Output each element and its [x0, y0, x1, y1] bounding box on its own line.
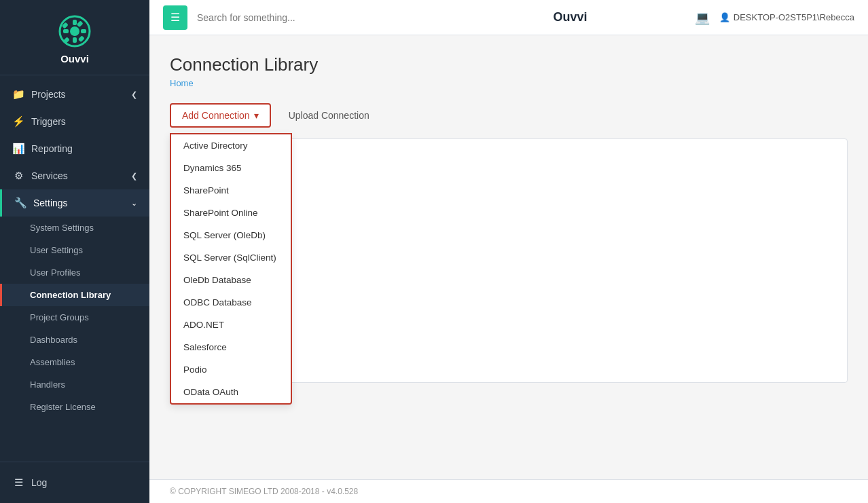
- register-license-label: Register License: [30, 402, 96, 412]
- dashboards-label: Dashboards: [30, 335, 77, 345]
- sidebar-item-system-settings[interactable]: System Settings: [0, 217, 149, 239]
- user-icon: 👤: [719, 12, 730, 22]
- dropdown-arrow-icon: ▾: [254, 110, 259, 121]
- sidebar-item-services-label: Services: [31, 170, 68, 181]
- dropdown-item-oledb-database[interactable]: OleDb Database: [171, 269, 291, 291]
- dropdown-item-ado-net[interactable]: ADO.NET: [171, 314, 291, 336]
- dropdown-item-odata-oauth[interactable]: OData OAuth: [171, 381, 291, 403]
- hamburger-icon: ☰: [170, 11, 180, 24]
- sidebar-item-projects[interactable]: 📁 Projects ❮: [0, 81, 149, 108]
- user-profiles-label: User Profiles: [30, 267, 80, 278]
- toolbar: Add Connection ▾ Upload Connection Activ…: [170, 103, 848, 128]
- dropdown-item-sharepoint-online[interactable]: SharePoint Online: [171, 202, 291, 224]
- app-name-label: Ouvvi: [60, 53, 89, 64]
- svg-rect-5: [81, 29, 86, 33]
- sidebar: Ouvvi 📁 Projects ❮ ⚡ Triggers 📊 Reportin…: [0, 0, 149, 503]
- add-connection-label: Add Connection: [182, 110, 250, 121]
- sidebar-item-triggers[interactable]: ⚡ Triggers: [0, 108, 149, 135]
- sidebar-item-settings-label: Settings: [33, 198, 68, 208]
- sidebar-item-triggers-label: Triggers: [31, 116, 66, 127]
- app-logo-icon: [57, 14, 92, 49]
- svg-rect-2: [73, 20, 77, 25]
- main-area: ☰ Ouvvi 💻 👤 DESKTOP-O2ST5P1\Rebecca Conn…: [149, 0, 868, 503]
- assemblies-label: Assemblies: [30, 357, 75, 367]
- search-input[interactable]: [197, 12, 446, 23]
- upload-connection-label: Upload Connection: [289, 110, 369, 121]
- topbar-menu-button[interactable]: ☰: [163, 5, 187, 30]
- sidebar-nav: 📁 Projects ❮ ⚡ Triggers 📊 Reporting ⚙ Se…: [0, 75, 149, 462]
- topbar-user: 👤 DESKTOP-O2ST5P1\Rebecca: [719, 12, 854, 22]
- svg-rect-4: [63, 29, 69, 33]
- user-settings-label: User Settings: [30, 245, 83, 255]
- dropdown-item-sql-server-sqlclient[interactable]: SQL Server (SqlClient): [171, 246, 291, 269]
- dropdown-item-salesforce[interactable]: Salesforce: [171, 336, 291, 358]
- sidebar-bottom-nav: ☰ Log: [0, 462, 149, 503]
- projects-arrow-icon: ❮: [131, 90, 137, 99]
- add-connection-dropdown: Active Directory Dynamics 365 SharePoint…: [170, 133, 292, 405]
- dropdown-item-sharepoint[interactable]: SharePoint: [171, 179, 291, 202]
- sidebar-item-reporting[interactable]: 📊 Reporting: [0, 135, 149, 162]
- sidebar-item-register-license[interactable]: Register License: [0, 396, 149, 418]
- system-settings-label: System Settings: [30, 223, 94, 233]
- sidebar-item-reporting-label: Reporting: [31, 143, 73, 154]
- log-icon: ☰: [12, 477, 24, 489]
- breadcrumb: Home: [170, 78, 848, 88]
- sidebar-item-settings[interactable]: 🔧 Settings ⌄: [0, 189, 149, 217]
- dropdown-item-sql-server-oledb[interactable]: SQL Server (OleDb): [171, 224, 291, 246]
- dropdown-item-odbc-database[interactable]: ODBC Database: [171, 291, 291, 314]
- dropdown-item-dynamics-365[interactable]: Dynamics 365: [171, 157, 291, 179]
- topbar-title: Ouvvi: [446, 10, 694, 24]
- sidebar-logo: Ouvvi: [0, 0, 149, 75]
- footer: © COPYRIGHT SIMEGO LTD 2008-2018 - v4.0.…: [149, 479, 868, 503]
- topbar-right: 💻 👤 DESKTOP-O2ST5P1\Rebecca: [695, 10, 854, 25]
- settings-icon: 🔧: [14, 197, 26, 209]
- upload-connection-button[interactable]: Upload Connection: [278, 105, 380, 126]
- settings-arrow-icon: ⌄: [131, 199, 137, 208]
- sidebar-item-connection-library[interactable]: Connection Library: [0, 284, 149, 306]
- connection-library-label: Connection Library: [30, 290, 111, 300]
- services-arrow-icon: ❮: [131, 172, 137, 181]
- projects-icon: 📁: [12, 88, 24, 100]
- add-connection-button[interactable]: Add Connection ▾: [170, 103, 271, 128]
- reporting-icon: 📊: [12, 143, 24, 155]
- sidebar-item-projects-label: Projects: [31, 89, 66, 100]
- sidebar-item-assemblies[interactable]: Assemblies: [0, 351, 149, 373]
- svg-point-1: [70, 26, 79, 36]
- gear-svg-icon: [58, 15, 91, 48]
- sidebar-item-services[interactable]: ⚙ Services ❮: [0, 162, 149, 189]
- monitor-icon: 💻: [695, 10, 710, 25]
- sidebar-item-handlers[interactable]: Handlers: [0, 373, 149, 396]
- triggers-icon: ⚡: [12, 115, 24, 128]
- svg-rect-3: [73, 37, 77, 43]
- content-area: Connection Library Home Add Connection ▾…: [149, 35, 868, 479]
- page-title: Connection Library: [170, 54, 848, 75]
- sidebar-item-user-settings[interactable]: User Settings: [0, 239, 149, 261]
- services-icon: ⚙: [12, 170, 24, 182]
- topbar: ☰ Ouvvi 💻 👤 DESKTOP-O2ST5P1\Rebecca: [149, 0, 868, 35]
- sidebar-item-log[interactable]: ☰ Log: [0, 469, 149, 496]
- user-label: DESKTOP-O2ST5P1\Rebecca: [734, 12, 854, 22]
- dropdown-item-podio[interactable]: Podio: [171, 358, 291, 381]
- breadcrumb-home-link[interactable]: Home: [170, 78, 194, 88]
- handlers-label: Handlers: [30, 379, 65, 390]
- sidebar-item-dashboards[interactable]: Dashboards: [0, 329, 149, 351]
- sidebar-item-user-profiles[interactable]: User Profiles: [0, 261, 149, 284]
- sidebar-item-project-groups[interactable]: Project Groups: [0, 306, 149, 329]
- log-label: Log: [31, 477, 47, 488]
- dropdown-item-active-directory[interactable]: Active Directory: [171, 134, 291, 157]
- footer-copyright: © COPYRIGHT SIMEGO LTD 2008-2018 - v4.0.…: [170, 487, 358, 496]
- project-groups-label: Project Groups: [30, 312, 89, 322]
